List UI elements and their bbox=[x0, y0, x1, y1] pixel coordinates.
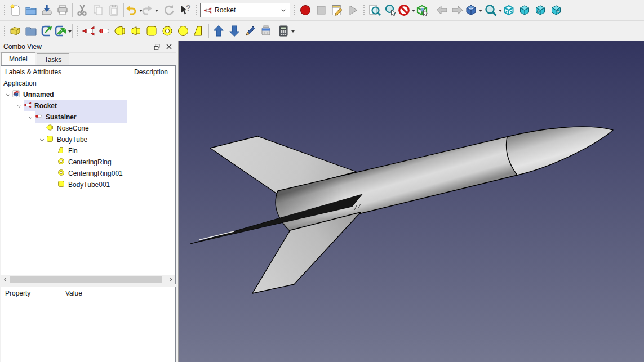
tree-item-nosecone[interactable]: NoseCone bbox=[1, 123, 175, 134]
nav-back-button[interactable] bbox=[434, 2, 450, 19]
3d-viewport[interactable] bbox=[178, 41, 644, 362]
scroll-left-button[interactable] bbox=[1, 275, 10, 283]
tree-item-bodytube001[interactable]: BodyTube001 bbox=[1, 179, 175, 190]
dropdown-arrow-icon[interactable] bbox=[155, 10, 158, 14]
property-column-header: Property bbox=[1, 289, 61, 297]
make-link-group-icon bbox=[54, 24, 67, 38]
part-feature-button[interactable] bbox=[7, 23, 23, 39]
macro-run-button[interactable] bbox=[345, 2, 361, 19]
workbench-selector[interactable]: Rocket bbox=[200, 3, 290, 17]
scroll-right-button[interactable] bbox=[167, 275, 175, 283]
rocket-icon bbox=[203, 6, 212, 15]
move-up-icon bbox=[212, 24, 225, 38]
edit-pencil-button[interactable] bbox=[242, 23, 258, 39]
toolbar-grip[interactable] bbox=[194, 4, 197, 16]
toolbar-grip[interactable] bbox=[3, 4, 6, 16]
toolbar-grip[interactable] bbox=[293, 4, 296, 16]
chevron-down-icon bbox=[280, 7, 287, 14]
group-button[interactable] bbox=[23, 23, 39, 39]
refresh-icon bbox=[162, 3, 176, 17]
close-panel-button[interactable] bbox=[164, 42, 174, 51]
centering-ring-button[interactable] bbox=[159, 23, 175, 39]
toolbar-separator bbox=[72, 3, 73, 17]
refresh-button[interactable] bbox=[161, 2, 177, 19]
fit-all-icon bbox=[368, 3, 381, 17]
group-icon bbox=[24, 24, 38, 38]
tab-model[interactable]: Model bbox=[1, 52, 35, 65]
tab-tasks[interactable]: Tasks bbox=[37, 53, 70, 65]
save-button[interactable] bbox=[39, 2, 55, 19]
scrollbar-thumb[interactable] bbox=[10, 276, 162, 283]
tree-expander-icon[interactable] bbox=[38, 136, 46, 144]
body-tube-button[interactable] bbox=[144, 23, 159, 39]
tree-spacer bbox=[49, 147, 57, 155]
tree-item-centeringring001[interactable]: CenteringRing001 bbox=[1, 168, 175, 179]
toolbar-grip[interactable] bbox=[362, 4, 365, 16]
tree-expander-icon[interactable] bbox=[15, 102, 23, 110]
isometric-view-button[interactable] bbox=[465, 2, 481, 19]
right-view-button[interactable] bbox=[548, 2, 564, 19]
tree-spacer bbox=[49, 158, 57, 166]
toolbar-separator bbox=[432, 3, 432, 17]
tree-item-centeringring[interactable]: CenteringRing bbox=[1, 157, 175, 168]
transition-button[interactable] bbox=[128, 23, 144, 39]
front-view-button[interactable] bbox=[517, 2, 532, 19]
macro-record-button[interactable] bbox=[297, 2, 313, 19]
fit-all-button[interactable] bbox=[367, 2, 383, 19]
float-panel-button[interactable] bbox=[152, 42, 162, 51]
rocket-nose-cone[interactable] bbox=[506, 127, 613, 175]
top-view-button[interactable] bbox=[532, 2, 548, 19]
make-link-button[interactable] bbox=[39, 23, 55, 39]
nose-cone-button[interactable] bbox=[112, 23, 128, 39]
tree-expander-icon[interactable] bbox=[26, 113, 34, 121]
nav-forward-button[interactable] bbox=[450, 2, 465, 19]
toolbar-separator bbox=[208, 24, 209, 38]
print-button[interactable] bbox=[55, 2, 70, 19]
nose-cone-icon bbox=[46, 123, 54, 132]
macro-stop-button[interactable] bbox=[313, 2, 329, 19]
stage-button[interactable] bbox=[96, 23, 112, 39]
tree-item-fin[interactable]: Fin bbox=[1, 145, 175, 157]
dropdown-arrow-icon[interactable] bbox=[479, 10, 482, 14]
draw-style-button[interactable] bbox=[398, 2, 414, 19]
combo-view-titlebar[interactable]: Combo View bbox=[0, 41, 176, 53]
move-down-button[interactable] bbox=[226, 23, 242, 39]
tree-item-label: Sustainer bbox=[46, 113, 77, 121]
toolbar-grip[interactable] bbox=[76, 25, 79, 37]
macro-edit-button[interactable] bbox=[329, 2, 345, 19]
tree-item-unnamed[interactable]: Unnamed bbox=[1, 89, 175, 100]
new-file-button[interactable] bbox=[7, 2, 23, 19]
make-link-group-button[interactable] bbox=[55, 23, 70, 39]
rocket-button[interactable] bbox=[81, 23, 96, 39]
undo-button[interactable] bbox=[126, 2, 141, 19]
horizontal-scrollbar[interactable] bbox=[1, 275, 175, 284]
tree-expander-icon[interactable] bbox=[4, 91, 12, 99]
rocket-icon bbox=[23, 101, 32, 109]
fin-icon bbox=[192, 24, 206, 38]
dropdown-arrow-icon[interactable] bbox=[291, 30, 295, 34]
bulkhead-button[interactable] bbox=[175, 23, 191, 39]
toolbar-grip[interactable] bbox=[3, 25, 6, 37]
tree-item-rocket[interactable]: Rocket bbox=[1, 100, 175, 111]
dropdown-arrow-icon[interactable] bbox=[68, 30, 72, 34]
copy-button[interactable] bbox=[90, 2, 106, 19]
redo-button[interactable] bbox=[141, 2, 157, 19]
tree-item-label: Application bbox=[3, 79, 37, 87]
paste-button[interactable] bbox=[106, 2, 122, 19]
calculator-button[interactable] bbox=[278, 23, 294, 39]
fin-button[interactable] bbox=[191, 23, 207, 39]
tree-item-bodytube[interactable]: BodyTube bbox=[1, 134, 175, 145]
tree-item-sustainer[interactable]: Sustainer bbox=[1, 111, 175, 123]
axonometric-view-button[interactable] bbox=[501, 2, 517, 19]
zoom-button[interactable] bbox=[485, 2, 501, 19]
cut-button[interactable] bbox=[74, 2, 90, 19]
fit-selection-button[interactable] bbox=[383, 2, 398, 19]
toolbar-separator bbox=[72, 24, 73, 38]
parachute-button[interactable] bbox=[258, 23, 274, 39]
select-bbox-button[interactable] bbox=[414, 2, 430, 19]
whats-this-button[interactable]: ? bbox=[177, 2, 193, 19]
rocket-body-shadow bbox=[276, 137, 517, 231]
tree-item-application[interactable]: Application bbox=[1, 78, 175, 89]
move-up-button[interactable] bbox=[211, 23, 226, 39]
open-folder-button[interactable] bbox=[23, 2, 39, 19]
